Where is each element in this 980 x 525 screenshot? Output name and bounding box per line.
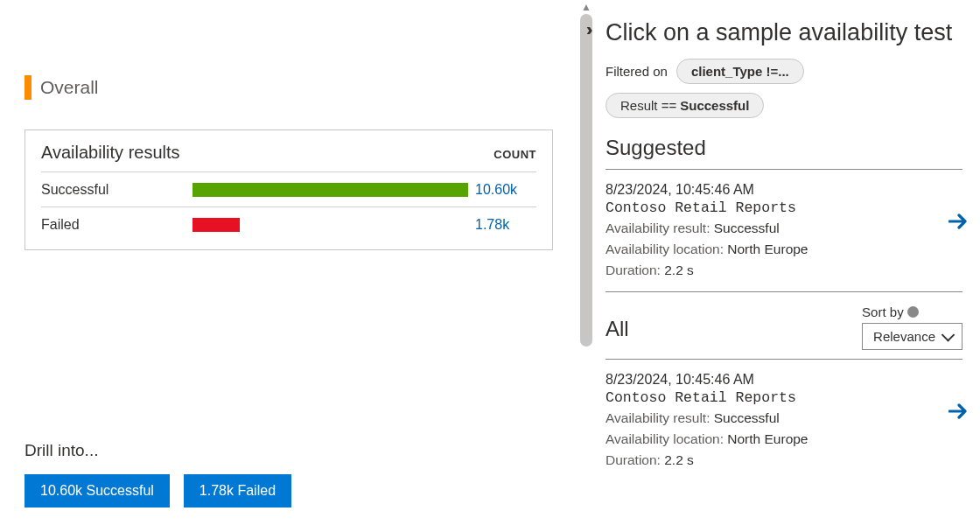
overall-header: Overall (24, 75, 553, 100)
result-kv-value: Successful (714, 220, 780, 235)
count-column-header: COUNT (494, 148, 536, 161)
result-name: Contoso Retail Reports (606, 389, 962, 406)
overall-label: Overall (40, 77, 99, 98)
result-kv-value: Successful (714, 410, 780, 425)
filter-pill-prefix: Result == (620, 98, 676, 113)
metric-label: Failed (41, 217, 186, 233)
divider (606, 359, 962, 360)
all-result-item[interactable]: 8/23/2024, 10:45:46 AM Contoso Retail Re… (606, 368, 962, 481)
result-kv-value: 2.2 s (664, 262, 694, 277)
sort-by-select[interactable]: Relevance (862, 323, 962, 350)
open-result-arrow-icon[interactable] (948, 403, 968, 419)
info-icon[interactable] (907, 306, 919, 318)
scroll-track[interactable] (580, 14, 592, 525)
suggested-result-item[interactable]: 8/23/2024, 10:45:46 AM Contoso Retail Re… (606, 178, 962, 291)
drill-failed-button[interactable]: 1.78k Failed (184, 474, 291, 508)
right-pane: ›› Click on a sample availability test F… (595, 0, 980, 525)
result-kv-label: Duration: (606, 262, 661, 277)
result-timestamp: 8/23/2024, 10:45:46 AM (606, 182, 962, 198)
right-pane-title: Click on a sample availability test (606, 19, 962, 46)
metric-bar-track (192, 183, 468, 197)
availability-results-card: Availability results COUNT Successful 10… (24, 130, 553, 250)
accent-bar (24, 75, 32, 100)
suggested-section-header: Suggested (606, 136, 962, 160)
drill-successful-button[interactable]: 10.60k Successful (24, 474, 170, 508)
metric-bar-failed (192, 218, 240, 232)
result-kv-label: Availability location: (606, 242, 724, 256)
result-name: Contoso Retail Reports (606, 200, 962, 216)
metric-row-successful[interactable]: Successful 10.60k (41, 172, 536, 207)
filter-pill-result[interactable]: Result == Successful (606, 93, 764, 118)
metric-bar-track (192, 218, 468, 232)
sort-by-label: Sort by (862, 304, 919, 319)
filter-pill-text: client_Type !=... (691, 64, 789, 79)
result-kv-value: North Europe (727, 242, 808, 256)
divider (606, 291, 962, 292)
result-kv-label: Availability result: (606, 410, 710, 425)
availability-results-title: Availability results (41, 143, 180, 163)
left-pane: Overall Availability results COUNT Succe… (0, 0, 578, 525)
expand-panel-icon[interactable]: ›› (586, 19, 587, 39)
metric-row-failed[interactable]: Failed 1.78k (41, 207, 536, 242)
open-result-arrow-icon[interactable] (948, 214, 968, 229)
drill-into-title: Drill into... (24, 441, 291, 460)
availability-results-header-row: Availability results COUNT (41, 143, 536, 172)
filter-pill-text: Successful (680, 98, 749, 113)
result-kv-value: 2.2 s (664, 452, 694, 467)
filter-row: Filtered on client_Type !=... (606, 59, 962, 84)
filtered-on-label: Filtered on (606, 64, 668, 79)
metric-bar-successful (192, 183, 468, 197)
metric-count-failed[interactable]: 1.78k (475, 217, 536, 233)
result-kv-label: Availability location: (606, 431, 724, 446)
result-kv-value: North Europe (727, 431, 808, 446)
sort-by-value: Relevance (873, 329, 935, 344)
metric-count-successful[interactable]: 10.60k (475, 182, 536, 198)
all-section-header: All (606, 317, 629, 341)
result-kv-label: Duration: (606, 452, 661, 467)
scroll-thumb[interactable] (580, 14, 592, 346)
filter-pill-client-type[interactable]: client_Type !=... (676, 59, 804, 84)
metric-label: Successful (41, 182, 186, 198)
divider (606, 169, 962, 170)
scrollbar[interactable]: ▲ (578, 0, 595, 525)
drill-into-section: Drill into... 10.60k Successful 1.78k Fa… (24, 441, 291, 508)
result-kv-label: Availability result: (606, 220, 710, 235)
scroll-up-icon[interactable]: ▲ (581, 2, 592, 12)
result-timestamp: 8/23/2024, 10:45:46 AM (606, 372, 962, 388)
